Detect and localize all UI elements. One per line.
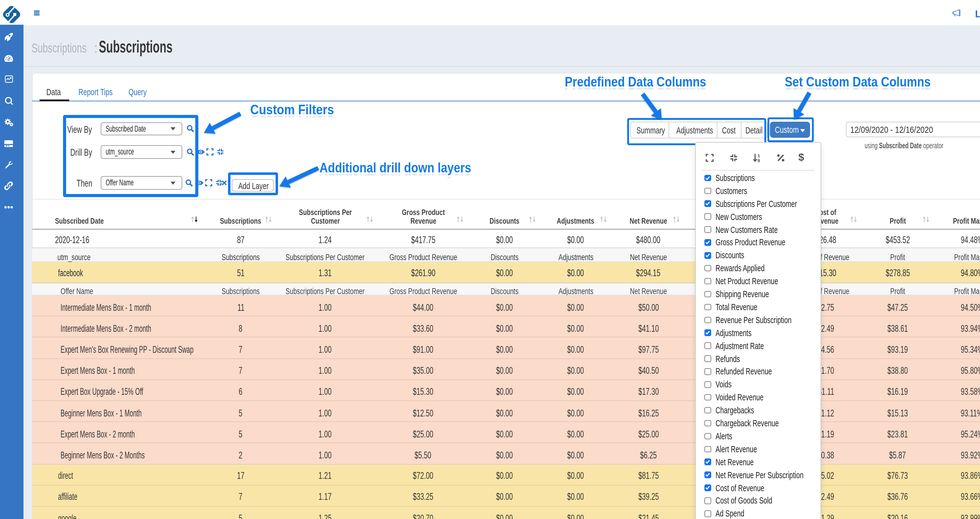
- svg-text:9: 9: [757, 158, 760, 162]
- svg-text:1: 1: [757, 153, 760, 158]
